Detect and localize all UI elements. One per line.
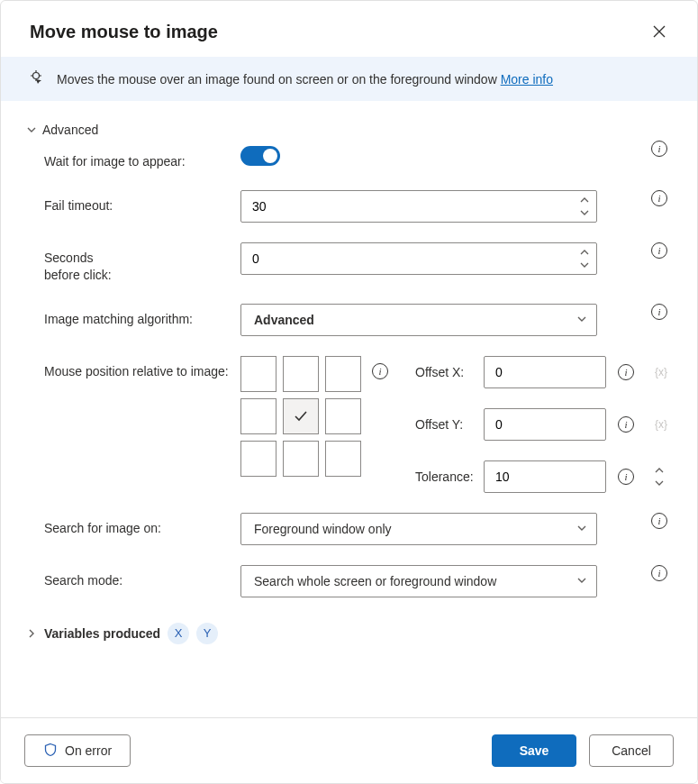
advanced-section-label: Advanced <box>42 123 98 137</box>
variable-chip-x[interactable]: X <box>168 623 189 644</box>
matching-algorithm-row: Image matching algorithm: Advanced i <box>26 304 672 336</box>
dialog-header: Move mouse to image <box>1 1 697 57</box>
pos-cell-4[interactable] <box>283 398 319 434</box>
pos-cell-2[interactable] <box>325 356 361 392</box>
save-label: Save <box>520 743 549 758</box>
dialog-content: Advanced Wait for image to appear: i Fai… <box>1 101 697 717</box>
info-text: Moves the mouse over an image found on s… <box>57 72 501 87</box>
matching-algorithm-help[interactable]: i <box>651 304 667 320</box>
advanced-section-body: Wait for image to appear: i Fail timeout… <box>26 146 672 597</box>
wait-for-image-row: Wait for image to appear: i <box>26 146 672 170</box>
chevron-down-icon <box>576 522 587 536</box>
fail-timeout-label: Fail timeout: <box>26 190 240 214</box>
chevron-down-icon <box>26 124 37 135</box>
move-mouse-dialog: Move mouse to image Moves the mouse over… <box>0 0 698 784</box>
check-icon <box>293 408 309 424</box>
wait-for-image-toggle[interactable] <box>240 146 280 166</box>
search-mode-select[interactable]: Search whole screen or foreground window <box>240 565 597 597</box>
more-info-link[interactable]: More info <box>501 72 553 87</box>
fail-timeout-input[interactable] <box>241 199 573 214</box>
fail-timeout-help[interactable]: i <box>651 190 667 206</box>
fail-timeout-down[interactable] <box>573 206 596 219</box>
chevron-right-icon <box>26 628 37 639</box>
search-on-value: Foreground window only <box>254 522 392 536</box>
tolerance-row: Tolerance: i <box>415 460 639 493</box>
search-on-help[interactable]: i <box>651 513 667 529</box>
tolerance-box <box>484 460 606 493</box>
mouse-position-help[interactable]: i <box>372 363 388 379</box>
chevron-down-icon <box>576 313 587 327</box>
offset-y-box: {x} <box>484 408 606 441</box>
seconds-spinner <box>573 246 596 271</box>
chevron-down-icon <box>576 574 587 588</box>
offset-x-label: Offset X: <box>415 365 484 379</box>
tolerance-down[interactable] <box>655 477 664 489</box>
advanced-section-toggle[interactable]: Advanced <box>26 117 672 146</box>
info-bar-text: Moves the mouse over an image found on s… <box>57 72 553 87</box>
offset-y-help[interactable]: i <box>618 416 634 433</box>
variable-picker-icon[interactable]: {x} <box>655 418 667 431</box>
seconds-before-click-input-box <box>240 242 597 275</box>
fail-timeout-row: Fail timeout: i <box>26 190 672 223</box>
search-on-label: Search for image on: <box>26 513 240 537</box>
variables-label: Variables produced <box>44 626 160 641</box>
wait-for-image-help[interactable]: i <box>651 141 667 157</box>
search-mode-help[interactable]: i <box>651 565 667 581</box>
dialog-title: Move mouse to image <box>30 22 218 42</box>
cancel-button[interactable]: Cancel <box>589 734 674 767</box>
svg-point-0 <box>33 73 40 79</box>
seconds-before-click-label: Seconds before click: <box>26 242 240 284</box>
search-mode-row: Search mode: Search whole screen or fore… <box>26 565 672 597</box>
offset-column: Offset X: {x} i Offset Y: {x} <box>415 356 639 493</box>
close-button[interactable] <box>647 19 672 44</box>
search-on-row: Search for image on: Foreground window o… <box>26 513 672 545</box>
offset-x-help[interactable]: i <box>618 364 634 380</box>
search-mode-value: Search whole screen or foreground window <box>254 574 496 588</box>
search-on-select[interactable]: Foreground window only <box>240 513 597 545</box>
matching-algorithm-value: Advanced <box>254 313 314 327</box>
on-error-label: On error <box>65 743 112 758</box>
mouse-position-label: Mouse position relative to image: <box>26 356 240 380</box>
tolerance-help[interactable]: i <box>618 469 634 485</box>
seconds-up[interactable] <box>573 246 596 259</box>
dialog-footer: On error Save Cancel <box>1 717 697 783</box>
position-grid <box>240 356 361 477</box>
fail-timeout-input-box <box>240 190 597 223</box>
pos-cell-6[interactable] <box>240 441 276 477</box>
cursor-target-icon <box>28 69 44 88</box>
tolerance-label: Tolerance: <box>415 469 484 484</box>
mouse-position-row: Mouse position relative to image: <box>26 356 672 493</box>
offset-y-label: Offset Y: <box>415 417 484 432</box>
footer-right: Save Cancel <box>492 734 674 767</box>
matching-algorithm-select[interactable]: Advanced <box>240 304 597 336</box>
variable-picker-icon[interactable]: {x} <box>655 366 667 378</box>
close-icon <box>653 25 666 38</box>
seconds-before-click-row: Seconds before click: i <box>26 242 672 284</box>
seconds-before-click-help[interactable]: i <box>651 242 667 259</box>
variable-chip-y[interactable]: Y <box>196 623 218 644</box>
pos-cell-5[interactable] <box>325 398 361 434</box>
tolerance-spinner <box>655 464 664 489</box>
variables-section-toggle[interactable]: Variables produced X Y <box>26 617 672 650</box>
pos-cell-3[interactable] <box>240 398 276 434</box>
on-error-button[interactable]: On error <box>24 734 131 767</box>
save-button[interactable]: Save <box>492 734 576 767</box>
wait-for-image-label: Wait for image to appear: <box>26 146 240 170</box>
pos-cell-0[interactable] <box>240 356 276 392</box>
fail-timeout-up[interactable] <box>573 194 596 206</box>
seconds-down[interactable] <box>573 259 596 271</box>
search-mode-label: Search mode: <box>26 565 240 589</box>
tolerance-up[interactable] <box>655 464 664 477</box>
matching-algorithm-label: Image matching algorithm: <box>26 304 240 328</box>
pos-cell-8[interactable] <box>325 441 361 477</box>
offset-y-row: Offset Y: {x} i <box>415 408 639 441</box>
shield-icon <box>43 743 58 760</box>
pos-cell-7[interactable] <box>283 441 319 477</box>
offset-x-row: Offset X: {x} i <box>415 356 639 388</box>
offset-x-box: {x} <box>484 356 606 388</box>
info-bar: Moves the mouse over an image found on s… <box>1 57 697 101</box>
cancel-label: Cancel <box>612 743 651 758</box>
fail-timeout-spinner <box>573 194 596 219</box>
pos-cell-1[interactable] <box>283 356 319 392</box>
seconds-before-click-input[interactable] <box>241 251 573 266</box>
